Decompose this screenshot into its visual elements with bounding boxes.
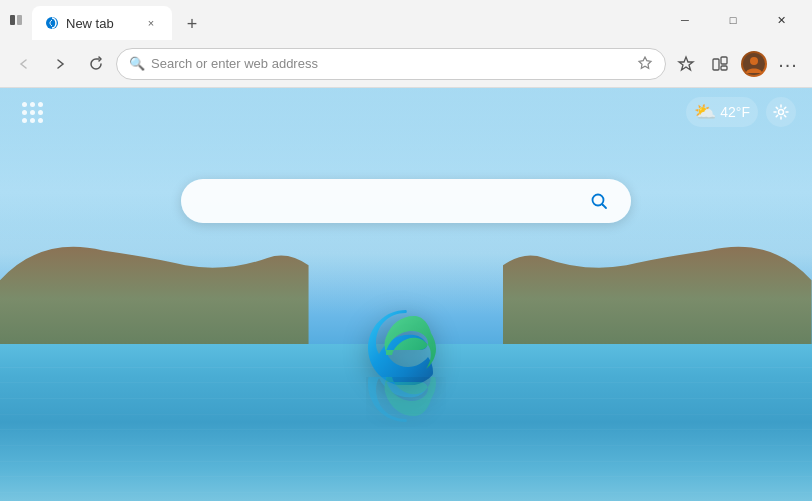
forward-button[interactable] — [44, 48, 76, 80]
more-button[interactable]: ··· — [772, 48, 804, 80]
toolbar: 🔍 Search or enter web address — [0, 40, 812, 88]
tab-label: New tab — [66, 16, 114, 31]
sidebar-toggle-icon[interactable] — [8, 12, 24, 28]
profile-icon-button[interactable] — [738, 48, 770, 80]
svg-point-7 — [750, 57, 758, 65]
active-tab[interactable]: New tab × — [32, 6, 172, 40]
minimize-button[interactable]: ─ — [662, 4, 708, 36]
center-search — [181, 179, 631, 223]
grid-dots-icon — [22, 102, 43, 123]
collections-button[interactable] — [704, 48, 736, 80]
new-tab-page: ⛅ 42°F — [0, 88, 812, 501]
svg-rect-0 — [10, 15, 15, 25]
refresh-button[interactable] — [80, 48, 112, 80]
tabs-area: New tab × + — [32, 0, 654, 40]
edge-logo-reflection — [366, 377, 446, 427]
close-window-button[interactable]: ✕ — [758, 4, 804, 36]
center-search-bar[interactable] — [181, 179, 631, 223]
profile-avatar — [741, 51, 767, 77]
svg-rect-1 — [17, 15, 22, 25]
window-controls-right: ─ □ ✕ — [662, 4, 804, 36]
address-bar[interactable]: 🔍 Search or enter web address — [116, 48, 666, 80]
svg-rect-3 — [713, 59, 719, 70]
center-search-input[interactable] — [197, 192, 575, 209]
tab-close-button[interactable]: × — [142, 14, 160, 32]
toolbar-actions: ··· — [670, 48, 804, 80]
new-tab-button[interactable]: + — [176, 8, 208, 40]
weather-temperature: 42°F — [720, 104, 750, 120]
window-controls-left — [8, 12, 24, 28]
address-text: Search or enter web address — [151, 56, 631, 71]
edge-logo — [366, 305, 446, 385]
favorites-button[interactable] — [670, 48, 702, 80]
center-search-button[interactable] — [583, 185, 615, 217]
favorites-inline-icon — [637, 56, 653, 72]
weather-icon: ⛅ — [694, 101, 716, 123]
svg-point-8 — [779, 110, 784, 115]
title-bar: New tab × + ─ □ ✕ — [0, 0, 812, 40]
page-settings-button[interactable] — [766, 97, 796, 127]
svg-point-9 — [593, 194, 604, 205]
maximize-button[interactable]: □ — [710, 4, 756, 36]
back-button[interactable] — [8, 48, 40, 80]
tab-favicon — [44, 15, 60, 31]
weather-widget[interactable]: ⛅ 42°F — [686, 97, 758, 127]
svg-rect-5 — [721, 66, 727, 70]
top-right-widgets: ⛅ 42°F — [686, 97, 796, 127]
apps-grid-button[interactable] — [16, 96, 48, 128]
search-icon: 🔍 — [129, 56, 145, 71]
svg-rect-4 — [721, 57, 727, 64]
